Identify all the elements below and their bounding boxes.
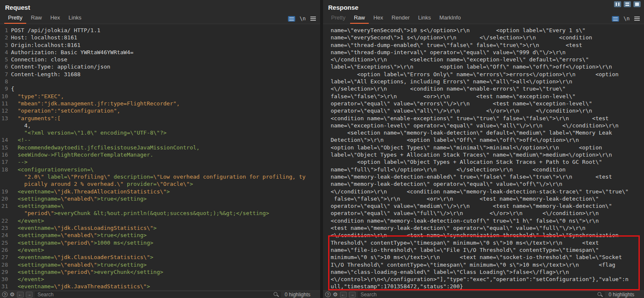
show-newlines-icon[interactable]: \n xyxy=(300,16,306,22)
tab-pretty[interactable]: Pretty xyxy=(4,13,26,24)
panel-split-handle[interactable] xyxy=(320,0,323,298)
request-highlights-count: 0 highlights xyxy=(283,292,318,298)
line-number: 23 xyxy=(0,224,11,232)
response-code-line: label=\"Exceptions\">\r\n <option label=… xyxy=(323,63,644,70)
request-panel-title: Request xyxy=(0,0,320,13)
request-code-line: 3Origin:localhost:8161 xyxy=(0,41,320,49)
line-number: 5 xyxy=(0,56,11,63)
tab-hex[interactable]: Hex xyxy=(370,13,387,24)
request-code-line: 28 <settingname=\"enabled\">true</settin… xyxy=(0,261,320,268)
tab-markinfo[interactable]: MarkInfo xyxy=(436,13,465,24)
layout-single-button[interactable] xyxy=(633,1,641,7)
search-prev-button[interactable]: ← xyxy=(17,292,24,298)
tab-links[interactable]: Links xyxy=(414,13,435,24)
show-newlines-icon[interactable]: \n xyxy=(624,16,630,22)
response-code-line: <\/condition>\r\n <text name=\"synchroni… xyxy=(323,232,644,239)
line-number: 15 xyxy=(0,144,11,151)
tab-raw[interactable]: Raw xyxy=(27,13,46,24)
line-number: 17 xyxy=(0,158,11,166)
line-number: 1 xyxy=(0,27,11,34)
request-code-line: 2Host: localhost:8161 xyxy=(0,34,320,41)
line-number: 11 xyxy=(0,100,11,107)
response-search-field xyxy=(358,292,605,298)
line-number: 30 xyxy=(0,276,11,283)
request-code-line: 13 "arguments":[ xyxy=(0,115,320,122)
request-code-line: 8 xyxy=(0,78,320,85)
response-code-line: <\/condition>\r\n <selection name=\"exce… xyxy=(323,56,644,63)
search-magnifier-icon[interactable] xyxy=(273,292,279,297)
request-code-line: "period\">everyChunk &lt;%out.println(&q… xyxy=(0,210,320,217)
editor-menu-icon[interactable] xyxy=(310,17,316,21)
line-number: 9 xyxy=(0,85,11,92)
request-editor-toolbar: \n xyxy=(288,16,316,24)
request-editor[interactable]: 1POST /api/jolokia/ HTTP/1.12Host: local… xyxy=(0,24,320,290)
search-settings-gear-icon[interactable]: ⚙ xyxy=(333,292,338,297)
response-code-line: false=\"false\">\r\n <or>\r\n <test name… xyxy=(323,93,644,100)
response-code-line: operator=\"equal\" value=\"medium\"\/>\r… xyxy=(323,202,644,210)
request-code-line: 7Content-Length: 31688 xyxy=(0,71,320,78)
repeater-view: Request PrettyRawHexLinks \n 1POST /api/… xyxy=(0,0,644,298)
request-code-line: 10 "type":"EXEC", xyxy=(0,93,320,100)
line-number: 19 xyxy=(0,188,11,195)
line-number: 12 xyxy=(0,107,11,114)
line-number: 27 xyxy=(0,254,11,261)
request-tabs: PrettyRawHexLinks xyxy=(4,13,86,24)
request-tabbar: PrettyRawHexLinks \n xyxy=(0,13,320,24)
request-code-line: 22 </event> xyxy=(0,217,320,224)
response-code-line: name=\"memory-leak-detection\" operator=… xyxy=(323,180,644,188)
response-code-line: Threshold\" contentType=\"timespan\" min… xyxy=(323,239,644,246)
response-panel-title: Response xyxy=(323,0,644,13)
response-code-line: ull,"timestamp":1701358472,"status":200} xyxy=(323,283,644,290)
response-search-input[interactable] xyxy=(358,292,597,298)
help-icon[interactable]: ? xyxy=(325,292,331,297)
wrap-lines-icon[interactable] xyxy=(612,16,619,22)
line-number: 7 xyxy=(0,71,11,78)
request-code-line: 12 "operation":"setConfiguration", xyxy=(0,107,320,114)
search-next-button[interactable]: → xyxy=(26,292,33,298)
wrap-lines-icon[interactable] xyxy=(288,16,295,22)
request-search-input[interactable] xyxy=(35,292,274,298)
response-code-line: label=\"All Exceptions, including Errors… xyxy=(323,78,644,85)
response-editor[interactable]: name=\"everyTenSecond\">10 s<\/option>\r… xyxy=(323,24,644,290)
line-number: 4 xyxy=(0,49,11,56)
response-code-line: <option label=\"Object Types + Allocatio… xyxy=(323,158,644,166)
columns-layout-icon xyxy=(616,3,619,6)
tab-render[interactable]: Render xyxy=(388,13,414,24)
line-number: 2 xyxy=(0,34,11,41)
tab-hex[interactable]: Hex xyxy=(47,13,64,24)
layout-rows-button[interactable] xyxy=(624,1,631,7)
request-code-line: 4, xyxy=(0,122,320,129)
response-code-line: name=\"everyTenSecond\">10 s<\/option>\r… xyxy=(323,27,644,34)
request-panel: Request PrettyRawHexLinks \n 1POST /api/… xyxy=(0,0,320,298)
response-code-line: <\/condition>\r\n <condition name=\"memo… xyxy=(323,188,644,195)
request-code-line: 23 <eventname=\"jdk.ClassLoadingStatisti… xyxy=(0,224,320,232)
line-number: 21 xyxy=(0,202,11,210)
line-number: 25 xyxy=(0,239,11,246)
request-code-line: 4Authorization: Basic YWRtaW46YWRtaW4= xyxy=(0,49,320,56)
tab-raw[interactable]: Raw xyxy=(350,13,369,24)
line-number: 14 xyxy=(0,136,11,143)
line-number: 3 xyxy=(0,41,11,49)
help-icon[interactable]: ? xyxy=(2,292,8,297)
response-code-line: <condition name=\"memory-leak-detection-… xyxy=(323,217,644,224)
request-code-line: 17 --> xyxy=(0,158,320,166)
tab-links[interactable]: Links xyxy=(65,13,85,24)
search-prev-button[interactable]: ← xyxy=(340,292,347,298)
request-code-line: 30 </event> xyxy=(0,276,320,283)
response-code-line: name=\"class-loading-enabled\" label=\"C… xyxy=(323,268,644,276)
response-code-line: label=\"Object Types + Allocation Stack … xyxy=(323,151,644,158)
request-code-line: 31 <eventname=\"jdk.JavaThreadStatistics… xyxy=(0,283,320,290)
line-number: 28 xyxy=(0,261,11,268)
layout-columns-button[interactable] xyxy=(614,1,621,7)
request-code-line: 16 seeWindow->FlightRecorderTemplateMana… xyxy=(0,151,320,158)
editor-menu-icon[interactable] xyxy=(634,17,640,21)
response-code-line: name=\"memory-leak-detection-enabled\" t… xyxy=(323,173,644,180)
response-code-line: minimum=\"0 s\">10 ms<\/text>\r\n <text … xyxy=(323,254,644,261)
search-magnifier-icon[interactable] xyxy=(597,292,603,297)
tab-pretty[interactable]: Pretty xyxy=(327,13,349,24)
response-code-line: I\/O Threshold\" contentType=\"timespan\… xyxy=(323,261,644,268)
request-search-field xyxy=(35,292,281,298)
search-settings-gear-icon[interactable]: ⚙ xyxy=(10,292,15,297)
search-next-button[interactable]: → xyxy=(349,292,356,298)
response-code-line: name=\"file-io-threshold\" label=\"File … xyxy=(323,246,644,254)
